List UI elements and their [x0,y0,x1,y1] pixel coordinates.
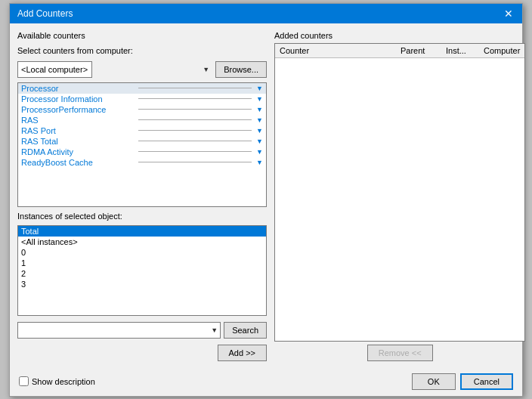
chevron-down-icon: ▼ [256,95,263,103]
counter-item-processor[interactable]: Processor ▼ [18,83,266,94]
added-counters-label: Added counters [274,31,525,40]
table-header: Counter Parent Inst... Computer [275,44,524,58]
show-description-checkbox[interactable]: Show description [19,376,95,386]
cancel-button[interactable]: Cancel [460,373,513,390]
separator-line [138,141,252,141]
separator-line [138,151,252,152]
search-select-wrapper [17,322,221,339]
chevron-down-icon: ▼ [256,106,263,113]
instances-list[interactable]: Total <All instances> 0 1 2 3 [17,225,267,316]
counter-item-readyboost[interactable]: ReadyBoost Cache ▼ [18,157,266,168]
separator-line [138,119,252,120]
col-header-computer: Computer [479,45,524,56]
chevron-down-icon: ▼ [256,138,263,145]
show-description-label: Show description [32,377,95,386]
chevron-down-icon: ▼ [256,159,263,166]
show-description-input[interactable] [19,376,29,386]
separator-line [138,109,252,110]
added-counters-table: Counter Parent Inst... Computer [274,43,525,342]
counter-item-processor-information[interactable]: Processor Information ▼ [18,94,266,104]
remove-row: Remove << [274,345,525,361]
instance-1[interactable]: 1 [18,258,266,268]
instances-label: Instances of selected object: [17,212,267,221]
counter-item-processor-performance[interactable]: ProcessorPerformance ▼ [18,104,266,115]
counter-item-ras-total[interactable]: RAS Total ▼ [18,136,266,147]
footer-buttons: OK Cancel [412,373,513,390]
browse-button[interactable]: Browse... [215,61,267,78]
computer-select[interactable]: <Local computer> [17,61,92,78]
col-header-parent: Parent [396,45,441,56]
dialog-footer: Show description OK Cancel [10,369,522,396]
separator-line [138,88,252,88]
counter-item-rdma[interactable]: RDMA Activity ▼ [18,147,266,157]
dialog-body: Available counters Select counters from … [10,23,522,369]
counters-list[interactable]: Processor ▼ Processor Information ▼ Proc… [17,82,267,207]
instance-all[interactable]: <All instances> [18,237,266,247]
title-bar: Add Counters ✕ [10,4,522,23]
separator-line [138,162,252,162]
col-header-counter: Counter [275,45,396,56]
instance-0[interactable]: 0 [18,247,266,258]
chevron-down-icon: ▼ [256,85,263,92]
search-row: Search [17,322,267,339]
chevron-down-icon: ▼ [256,148,263,156]
add-counters-dialog: Add Counters ✕ Available counters Select… [9,3,523,397]
computer-select-label: Select counters from computer: [17,46,267,55]
instance-2[interactable]: 2 [18,268,266,279]
col-header-inst: Inst... [441,45,479,56]
computer-select-wrapper: <Local computer> [17,61,212,78]
search-select[interactable] [17,322,221,339]
search-button[interactable]: Search [224,322,267,339]
remove-button[interactable]: Remove << [367,345,433,361]
right-panel: Added counters Counter Parent Inst... Co… [274,31,525,361]
add-row: Add >> [17,345,267,361]
available-counters-label: Available counters [17,31,267,40]
counter-item-ras-port[interactable]: RAS Port ▼ [18,125,266,136]
separator-line [138,130,252,131]
chevron-down-icon: ▼ [256,116,263,124]
instance-total[interactable]: Total [18,226,266,237]
dialog-title: Add Counters [17,8,73,19]
computer-row: <Local computer> Browse... [17,61,267,78]
add-button[interactable]: Add >> [218,345,267,361]
left-panel: Available counters Select counters from … [17,31,267,361]
close-button[interactable]: ✕ [503,8,515,19]
separator-line [138,98,252,99]
counter-item-ras[interactable]: RAS ▼ [18,115,266,125]
chevron-down-icon: ▼ [256,127,263,135]
instance-3[interactable]: 3 [18,279,266,289]
ok-button[interactable]: OK [412,373,456,390]
